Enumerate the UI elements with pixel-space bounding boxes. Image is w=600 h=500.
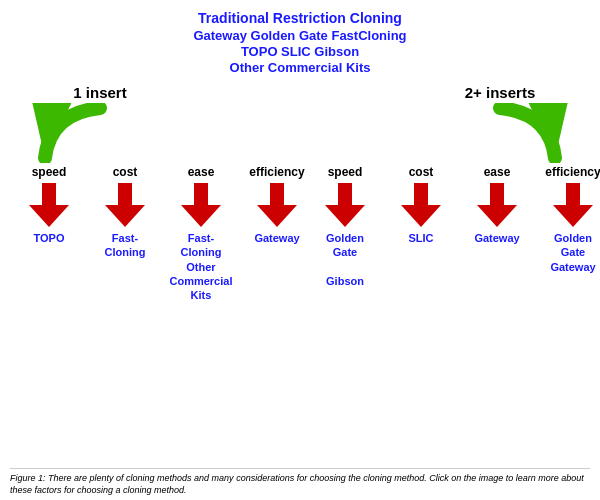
- header-row1: Gateway Golden Gate FastCloning: [10, 28, 590, 43]
- right-green-arrow: [430, 103, 570, 163]
- svg-marker-15: [477, 205, 517, 227]
- right-col-cost-label: SLIC: [408, 231, 433, 245]
- left-col-ease-label: Fast-CloningOtherCommercialKits: [170, 231, 233, 302]
- right-insert-label: 2+ inserts: [465, 84, 535, 101]
- main-title: Traditional Restriction Cloning: [10, 10, 590, 26]
- svg-marker-11: [325, 205, 365, 227]
- svg-marker-3: [29, 205, 69, 227]
- right-col-ease-header: ease: [484, 165, 511, 179]
- left-col-cost: cost Fast-Cloning: [91, 165, 159, 260]
- left-col-efficiency-label: Gateway: [254, 231, 299, 245]
- main-container: Traditional Restriction Cloning Gateway …: [0, 0, 600, 500]
- left-col-speed: speed TOPO: [15, 165, 83, 245]
- left-col-cost-header: cost: [113, 165, 138, 179]
- right-cost-arrow: [401, 183, 441, 227]
- header-row2: TOPO SLIC Gibson: [10, 44, 590, 59]
- right-col-speed: speed GoldenGateGibson: [311, 165, 379, 288]
- left-col-efficiency-header: efficiency: [249, 165, 304, 179]
- right-speed-arrow: [325, 183, 365, 227]
- left-col-efficiency: efficiency Gateway: [243, 165, 311, 245]
- svg-marker-7: [181, 205, 221, 227]
- right-efficiency-arrow: [553, 183, 593, 227]
- left-col-cost-label: Fast-Cloning: [105, 231, 146, 260]
- left-columns: speed TOPO cost Fast-Cloning ease: [15, 165, 311, 468]
- arrows-section: 1 insert 2+ inserts: [10, 84, 590, 163]
- left-col-speed-header: speed: [32, 165, 67, 179]
- right-ease-arrow: [477, 183, 517, 227]
- right-columns: speed GoldenGateGibson cost SLIC ease: [311, 165, 600, 468]
- caption-text: Figure 1: There are plenty of cloning me…: [10, 473, 584, 496]
- right-col-efficiency: efficiency GoldenGateGateway: [539, 165, 600, 274]
- left-ease-arrow: [181, 183, 221, 227]
- left-insert-label: 1 insert: [73, 84, 126, 101]
- columns-container: speed TOPO cost Fast-Cloning ease: [10, 165, 590, 468]
- right-col-efficiency-label: GoldenGateGateway: [550, 231, 595, 274]
- right-arrow-group: 2+ inserts: [430, 84, 570, 163]
- svg-marker-5: [105, 205, 145, 227]
- right-col-cost: cost SLIC: [387, 165, 455, 245]
- left-cost-arrow: [105, 183, 145, 227]
- left-col-ease: ease Fast-CloningOtherCommercialKits: [167, 165, 235, 302]
- left-speed-arrow: [29, 183, 69, 227]
- left-col-ease-header: ease: [188, 165, 215, 179]
- right-col-speed-label: GoldenGateGibson: [326, 231, 364, 288]
- right-col-cost-header: cost: [409, 165, 434, 179]
- figure-caption[interactable]: Figure 1: There are plenty of cloning me…: [10, 468, 590, 500]
- left-efficiency-arrow: [257, 183, 297, 227]
- right-col-ease-label: Gateway: [474, 231, 519, 245]
- svg-marker-17: [553, 205, 593, 227]
- left-arrow-group: 1 insert: [30, 84, 170, 163]
- svg-marker-13: [401, 205, 441, 227]
- header-row3: Other Commercial Kits: [10, 60, 590, 75]
- right-col-efficiency-header: efficiency: [545, 165, 600, 179]
- svg-marker-9: [257, 205, 297, 227]
- right-col-speed-header: speed: [328, 165, 363, 179]
- top-section: Traditional Restriction Cloning Gateway …: [10, 10, 590, 76]
- right-col-ease: ease Gateway: [463, 165, 531, 245]
- left-col-speed-label: TOPO: [34, 231, 65, 245]
- left-green-arrow: [30, 103, 170, 163]
